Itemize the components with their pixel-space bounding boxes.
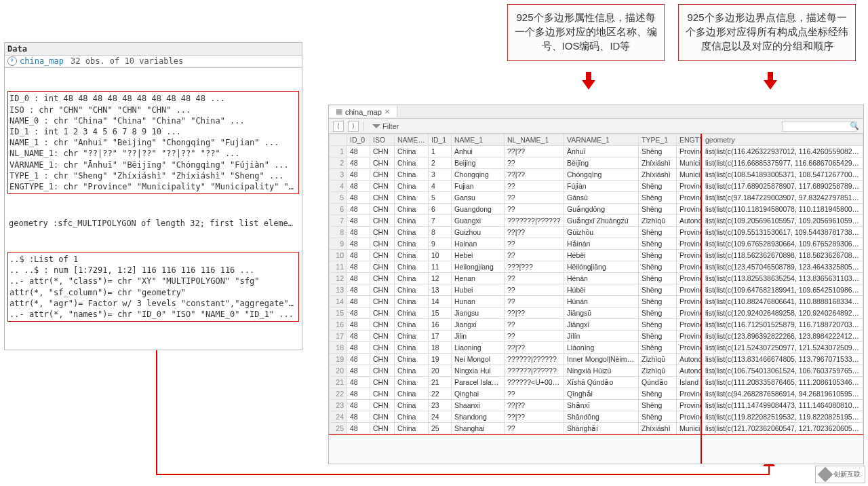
cell[interactable]: Shěng	[639, 400, 677, 411]
cell[interactable]: 15	[330, 307, 347, 319]
cell[interactable]: Shěng	[639, 342, 677, 354]
cell[interactable]: ??	[505, 204, 564, 215]
cell[interactable]: 8	[429, 227, 452, 238]
cell[interactable]: CHN	[370, 215, 395, 227]
cell[interactable]: Paracel Islands	[452, 377, 505, 388]
cell[interactable]: Province	[677, 192, 701, 204]
cell[interactable]: Guizhou	[452, 227, 505, 238]
cell[interactable]: Fujian	[452, 181, 505, 192]
cell[interactable]: 24	[330, 411, 347, 423]
cell[interactable]: ??	[505, 319, 564, 331]
cell[interactable]: 13	[429, 284, 452, 296]
cell[interactable]: China	[395, 400, 429, 411]
cell[interactable]: CHN	[370, 146, 395, 157]
cell[interactable]: CHN	[370, 377, 395, 388]
cell[interactable]: Island	[677, 377, 701, 388]
cell[interactable]: Province	[677, 238, 701, 250]
table-row[interactable]: list(list(c(123.896392822266, 123.898422…	[703, 331, 863, 342]
cell[interactable]: Hénán	[564, 273, 639, 284]
cell[interactable]: 21	[429, 377, 452, 388]
cell[interactable]: Shěng	[639, 181, 677, 192]
cell[interactable]: ???|???	[505, 261, 564, 273]
cell[interactable]: Zhíxiáshì	[639, 423, 677, 434]
column-header[interactable]: NAME_0	[395, 134, 429, 146]
cell[interactable]: CHN	[370, 204, 395, 215]
cell[interactable]: 5	[330, 192, 347, 204]
cell[interactable]: China	[395, 296, 429, 307]
geometry-cell[interactable]: list(list(c(117.689025878907, 117.689025…	[703, 181, 863, 192]
cell[interactable]: Jilin	[452, 331, 505, 342]
table-row[interactable]: list(list(c(110.882476806641, 110.888816…	[703, 296, 863, 307]
cell[interactable]: China	[395, 146, 429, 157]
cell[interactable]: Hǎinán	[564, 238, 639, 250]
cell[interactable]: China	[395, 273, 429, 284]
cell[interactable]: ??????|??????	[505, 354, 564, 365]
cell[interactable]: ??|??	[505, 411, 564, 423]
cell[interactable]: CHN	[370, 331, 395, 342]
cell[interactable]: Municipality	[677, 423, 701, 434]
geometry-cell[interactable]: list(list(c(118.562362670898, 118.562362…	[703, 250, 863, 261]
cell[interactable]: 15	[429, 307, 452, 319]
cell[interactable]: 9	[429, 238, 452, 250]
cell[interactable]: 11	[429, 261, 452, 273]
cell[interactable]: Shandong	[452, 411, 505, 423]
cell[interactable]: Běijīng	[564, 157, 639, 169]
cell[interactable]: 21	[330, 377, 347, 388]
geometry-cell[interactable]: list(list(c(109.647682189941, 109.654251…	[703, 284, 863, 296]
search-input[interactable]	[782, 121, 856, 132]
cell[interactable]: CHN	[370, 307, 395, 319]
table-row[interactable]: list(list(c(123.457046508789, 123.464332…	[703, 261, 863, 273]
table-row[interactable]: list(list(c(110.118194580078, 110.118194…	[703, 204, 863, 215]
cell[interactable]: ??	[505, 273, 564, 284]
table-row[interactable]: 348CHNChina3Chongqing??|??ChóngqìngZhíxi…	[330, 169, 701, 181]
cell[interactable]: Beijing	[452, 157, 505, 169]
cell[interactable]: Guǎngxī Zhuàngzú	[564, 215, 639, 227]
table-row[interactable]: 1248CHNChina12Henan??HénánShěngProvince	[330, 273, 701, 284]
cell[interactable]: 7	[429, 215, 452, 227]
cell[interactable]: China	[395, 319, 429, 331]
cell[interactable]: China	[395, 423, 429, 434]
cell[interactable]: Gùizhōu	[564, 227, 639, 238]
table-row[interactable]: list(list(c(109.647682189941, 109.654251…	[703, 284, 863, 296]
cell[interactable]: Province	[677, 227, 701, 238]
cell[interactable]: Chóngqìng	[564, 169, 639, 181]
table-row[interactable]: list(list(c(111.147499084473, 111.146408…	[703, 400, 863, 411]
cell[interactable]: ??	[505, 238, 564, 250]
cell[interactable]: China	[395, 411, 429, 423]
cell[interactable]: Jiangsu	[452, 307, 505, 319]
geometry-cell[interactable]: list(list(c(116.66885375977, 116.6686706…	[703, 157, 863, 169]
cell[interactable]: 4	[429, 181, 452, 192]
table-row[interactable]: 1348CHNChina13Hubei??HúběiShěngProvince	[330, 284, 701, 296]
cell[interactable]: CHN	[370, 365, 395, 377]
cell[interactable]: ??|??	[505, 342, 564, 354]
cell[interactable]: Province	[677, 181, 701, 192]
cell[interactable]: 16	[330, 319, 347, 331]
table-row[interactable]: 2248CHNChina22Qinghai??QīnghǎiShěngProvi…	[330, 388, 701, 400]
geometry-cell[interactable]: list(list(c(109.676528930664, 109.676528…	[703, 238, 863, 250]
cell[interactable]: ??|??	[505, 169, 564, 181]
cell[interactable]: Autonomous Region	[677, 365, 701, 377]
cell[interactable]: 18	[330, 342, 347, 354]
cell[interactable]: Zhíxiáshì	[639, 157, 677, 169]
cell[interactable]: ???????|??????	[505, 215, 564, 227]
cell[interactable]: 19	[330, 354, 347, 365]
cell[interactable]: Province	[677, 388, 701, 400]
table-row[interactable]: 1648CHNChina16Jiangxi??JiāngxīShěngProvi…	[330, 319, 701, 331]
cell[interactable]: Province	[677, 319, 701, 331]
cell[interactable]: Jiangxi	[452, 319, 505, 331]
cell[interactable]: 7	[330, 215, 347, 227]
cell[interactable]: Héběi	[564, 250, 639, 261]
cell[interactable]: 25	[330, 423, 347, 434]
cell[interactable]: China	[395, 388, 429, 400]
cell[interactable]: China	[395, 342, 429, 354]
cell[interactable]: Province	[677, 307, 701, 319]
geometry-cell[interactable]: list(list(c(123.457046508789, 123.464332…	[703, 261, 863, 273]
cell[interactable]: Xīshā Qúndǎo	[564, 377, 639, 388]
cell[interactable]: China	[395, 157, 429, 169]
cell[interactable]: Shěng	[639, 307, 677, 319]
cell[interactable]: Shěng	[639, 331, 677, 342]
table-row[interactable]: 548CHNChina5Gansu??GānsùShěngProvince	[330, 192, 701, 204]
cell[interactable]: Shaanxi	[452, 400, 505, 411]
table-row[interactable]: 248CHNChina2Beijing??BěijīngZhíxiáshìMun…	[330, 157, 701, 169]
cell[interactable]: Ningxia Hui	[452, 365, 505, 377]
